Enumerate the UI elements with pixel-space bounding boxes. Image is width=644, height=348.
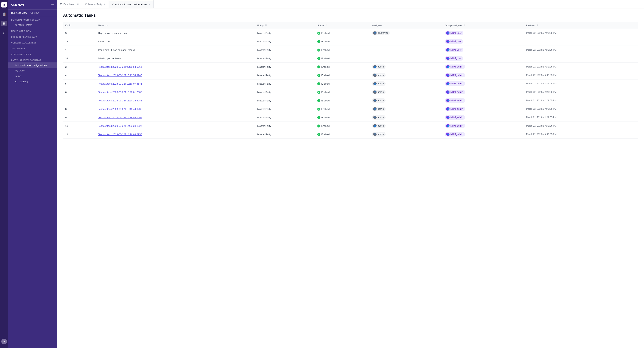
group-chip: 👥MDM_admin <box>445 124 465 128</box>
table-row: 5Test aut task 2023-03-22T13:19:07.464ZM… <box>63 80 638 88</box>
sidebar-item-auto-tasks[interactable]: Automatic task configurations <box>8 62 57 68</box>
cell-assignee: 👤admin <box>370 113 442 122</box>
col-header-last-run[interactable]: Last run ⇅ <box>524 22 638 29</box>
table-row: 11Test aut task 2023-03-22T14:26:03.695Z… <box>63 130 638 138</box>
user-icon: 👤 <box>373 124 376 128</box>
group-name: MDM_admin <box>450 108 463 110</box>
business-view-tab[interactable]: Business View <box>11 12 27 16</box>
sidebar-header: ONE MDM ⇐ <box>8 0 57 10</box>
avatar[interactable]: A <box>1 338 7 344</box>
group-chip: 👥MDM_admin <box>445 64 465 69</box>
tab-close-master-party[interactable]: × <box>104 2 106 6</box>
task-name-link[interactable]: Test aut task 2023-03-22T14:26:03.695Z <box>98 133 142 136</box>
cell-name[interactable]: Test aut task 2023-03-22T14:23:38.102Z <box>96 122 255 130</box>
cell-group-assignee: 👥MDM_user <box>443 46 524 54</box>
assignee-chip: 👤admin <box>372 98 386 103</box>
user-icon: 👤 <box>373 74 376 77</box>
status-enabled-icon: ✓ <box>317 66 320 68</box>
cell-name[interactable]: Test aut task 2023-03-22T09:50:54.526Z <box>96 62 255 71</box>
cell-status: ✓Enabled <box>315 46 370 54</box>
cell-status: ✓Enabled <box>315 80 370 88</box>
task-name-link[interactable]: Test aut task 2023-03-22T13:48:44.623Z <box>98 108 142 110</box>
col-header-id[interactable]: ID ⇅ <box>63 22 96 29</box>
cell-entity: Master Party <box>255 71 315 80</box>
col-header-assignee[interactable]: Assignee ⇅ <box>370 22 442 29</box>
cell-entity: Master Party <box>255 29 315 37</box>
col-header-name[interactable]: Name ↑↓ <box>96 22 255 29</box>
cell-assignee: 👤admin <box>370 62 442 71</box>
cell-id: 1 <box>63 46 96 54</box>
cell-last-run: March 22, 2023 at 4:49:05 PM <box>524 71 638 80</box>
cell-id: 3 <box>63 29 96 37</box>
cell-last-run: March 22, 2023 at 4:49:05 PM <box>524 105 638 113</box>
cell-status: ✓Enabled <box>315 130 370 138</box>
tab-close-dashboard[interactable]: × <box>77 2 79 6</box>
tab-close-auto-task[interactable]: × <box>149 3 150 6</box>
status-text: Enabled <box>321 57 330 60</box>
cell-entity: Master Party <box>255 130 315 138</box>
cell-assignee <box>370 54 442 62</box>
all-view-tab[interactable]: All View <box>30 12 39 16</box>
col-header-group-assignee[interactable]: Group assignee ⇅ <box>443 22 524 29</box>
status-text: Enabled <box>321 100 330 102</box>
task-name-link[interactable]: Test aut task 2023-03-22T09:50:54.526Z <box>98 66 142 68</box>
col-header-status[interactable]: Status ⇅ <box>315 22 370 29</box>
cell-name[interactable]: Test aut task 2023-03-22T14:26:03.695Z <box>96 130 255 138</box>
group-chip: 👥MDM_admin <box>445 90 465 94</box>
task-name-link[interactable]: Test aut task 2023-03-22T13:20:24.304Z <box>98 99 142 102</box>
cell-name[interactable]: Test aut task 2023-03-22T13:20:01.788Z <box>96 88 255 96</box>
cell-assignee: 👤admin <box>370 88 442 96</box>
cell-name[interactable]: Test aut task 2023-03-22T13:13:54.326Z <box>96 71 255 80</box>
group-icon: 👥 <box>446 31 450 35</box>
sidebar-item-ai-matching[interactable]: AI matching <box>8 79 57 84</box>
cell-status: ✓Enabled <box>315 88 370 96</box>
crown-icon[interactable]: ♛ <box>1 20 7 26</box>
user-icon: 👤 <box>373 65 376 68</box>
sidebar-view-tabs: Business View All View <box>8 10 57 16</box>
cell-last-run <box>524 37 638 46</box>
search-icon[interactable]: ⊙ <box>1 30 7 36</box>
group-icon: 👥 <box>446 107 450 110</box>
cell-id: 6 <box>63 88 96 96</box>
page-title: Automatic Tasks <box>63 13 638 18</box>
master-party-tab-icon: ⊙ <box>85 2 87 6</box>
col-header-entity[interactable]: Entity ⇅ <box>255 22 315 29</box>
sidebar-item-my-tasks[interactable]: My tasks <box>8 68 57 73</box>
cell-entity: Master Party <box>255 46 315 54</box>
group-icon: 👥 <box>446 116 450 119</box>
group-name: MDM_user <box>450 57 462 60</box>
group-icon: 👥 <box>446 82 450 85</box>
cell-id: 5 <box>63 80 96 88</box>
group-chip: 👥MDM_user <box>445 48 464 52</box>
task-name-link[interactable]: Test aut task 2023-03-22T13:19:07.464Z <box>98 82 142 85</box>
task-name-link[interactable]: Test aut task 2023-03-22T13:20:01.788Z <box>98 91 142 94</box>
cell-last-run: March 22, 2023 at 4:49:05 PM <box>524 113 638 122</box>
group-name: MDM_admin <box>450 116 463 119</box>
cell-name[interactable]: Test aut task 2023-03-22T13:19:07.464Z <box>96 80 255 88</box>
user-icon: 👤 <box>373 90 376 94</box>
cell-assignee: 👤admin <box>370 122 442 130</box>
task-name-link[interactable]: Test aut task 2023-03-22T14:23:38.102Z <box>98 124 142 127</box>
assignee-chip: 👤john.taylor <box>372 31 390 35</box>
book-icon[interactable]: 📋 <box>1 11 7 17</box>
tab-dashboard[interactable]: ⊞ Dashboard × <box>57 0 82 8</box>
cell-assignee <box>370 46 442 54</box>
sidebar-item-tasks[interactable]: Tasks <box>8 73 57 79</box>
cell-entity: Master Party <box>255 105 315 113</box>
cell-assignee: 👤admin <box>370 105 442 113</box>
tab-master-party[interactable]: ⊙ Master Party × <box>82 0 109 8</box>
sidebar-item-master-party[interactable]: ♛ Master Party <box>8 22 57 28</box>
group-name: MDM_user <box>450 40 462 43</box>
status-enabled-icon: ✓ <box>317 91 320 94</box>
cell-name[interactable]: Test aut task 2023-03-22T13:20:24.304Z <box>96 96 255 105</box>
task-name-link[interactable]: Test aut task 2023-03-22T14:16:56.149Z <box>98 116 142 119</box>
cell-name[interactable]: Test aut task 2023-03-22T13:48:44.623Z <box>96 105 255 113</box>
group-icon: 👥 <box>446 99 450 102</box>
cell-status: ✓Enabled <box>315 37 370 46</box>
table-row: 3High business number scoreMaster Party✓… <box>63 29 638 37</box>
cell-name[interactable]: Test aut task 2023-03-22T14:16:56.149Z <box>96 113 255 122</box>
cell-group-assignee: 👥MDM_admin <box>443 105 524 113</box>
task-name-link[interactable]: Test aut task 2023-03-22T13:13:54.326Z <box>98 74 142 77</box>
sidebar-collapse-button[interactable]: ⇐ <box>51 2 54 7</box>
tab-auto-task-config[interactable]: ✓ Automatic task configurations × <box>109 0 154 8</box>
